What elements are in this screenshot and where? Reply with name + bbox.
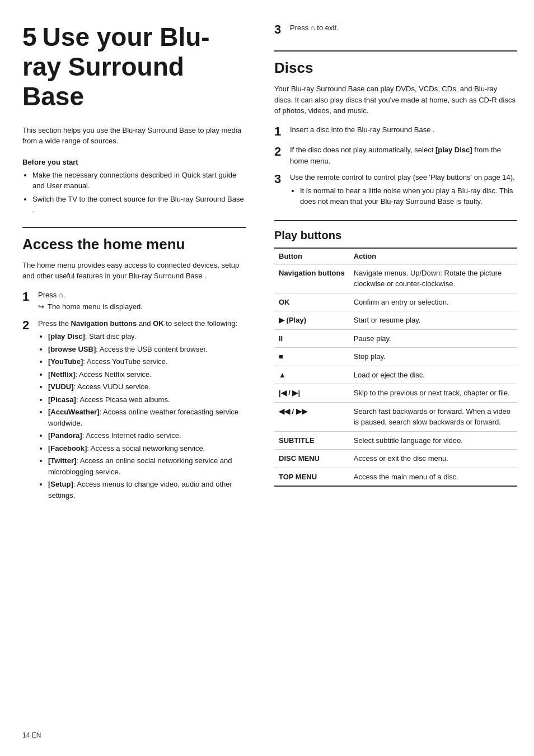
chapter-title: 5Use your Blu-ray Surround Base	[22, 22, 246, 111]
item-bold: [Picasa]	[48, 395, 76, 404]
disc-step-3-content: Use the remote control to control play (…	[290, 172, 517, 209]
play-buttons-section: Play buttons Button Action Navigation bu…	[274, 229, 517, 487]
table-row: OKConfirm an entry or selection.	[274, 293, 517, 311]
chapter-number: 5	[22, 22, 37, 52]
disc-step-1-number: 1	[274, 124, 290, 139]
action-cell: Stop play.	[349, 348, 517, 366]
step-2-text: Press the Navigation buttons and OK to s…	[38, 319, 237, 328]
table-row: IIPause play.	[274, 329, 517, 348]
step-3: 3 Press ⌂ to exit.	[274, 22, 517, 37]
item-bold: [play Disc]	[48, 332, 85, 340]
right-column: 3 Press ⌂ to exit. Discs Your Blu-ray Su…	[263, 22, 517, 734]
list-item: [Picasa]: Access Picasa web albums.	[48, 394, 246, 405]
disc-step-1: 1 Insert a disc into the Blu-ray Surroun…	[274, 124, 517, 139]
list-item: [Netflix]: Access Netflix service.	[48, 369, 246, 380]
table-header-row: Button Action	[274, 248, 517, 264]
action-cell: Start or resume play.	[349, 311, 517, 330]
home-icon-2: ⌂	[311, 24, 315, 32]
item-bold: [VUDU]	[48, 382, 74, 391]
chapter-intro: This section helps you use the Blu-ray S…	[22, 125, 246, 147]
step-1-text: Press ⌂.	[38, 291, 65, 299]
list-item: [AccuWeather]: Access online weather for…	[48, 407, 246, 428]
disc-step-2-number: 2	[274, 144, 290, 159]
button-cell: SUBTITLE	[274, 431, 349, 450]
arrow-symbol: ↪	[38, 301, 44, 312]
action-cell: Access or exit the disc menu.	[349, 450, 517, 468]
action-cell: Skip to the previous or next track, chap…	[349, 384, 517, 403]
disc-step-3: 3 Use the remote control to control play…	[274, 172, 517, 209]
col-action-header: Action	[349, 248, 517, 264]
disc-step-1-content: Insert a disc into the Blu-ray Surround …	[290, 124, 517, 136]
page-container: 5Use your Blu-ray Surround Base This sec…	[0, 0, 534, 756]
item-bold: [Pandora]	[48, 431, 82, 440]
table-row: ■Stop play.	[274, 348, 517, 366]
table-row: DISC MENUAccess or exit the disc menu.	[274, 450, 517, 468]
divider-right	[274, 50, 517, 52]
disc-step-3-sub-list: It is normal to hear a little noise when…	[290, 185, 517, 207]
button-cell: ▶ (Play)	[274, 311, 349, 330]
list-item: Make the necessary connections described…	[32, 170, 246, 192]
disc-step-3-number: 3	[274, 172, 290, 186]
button-cell: Navigation buttons	[274, 264, 349, 293]
button-cell: ▲	[274, 366, 349, 384]
item-bold: [Twitter]	[48, 456, 76, 465]
disc-step-2-text: If the disc does not play automatically,…	[290, 146, 501, 165]
action-cell: Navigate menus. Up/Down: Rotate the pict…	[349, 264, 517, 293]
disc-step-2-content: If the disc does not play automatically,…	[290, 144, 517, 166]
list-item: [Facebook]: Access a social networking s…	[48, 443, 246, 454]
button-cell: ◀◀ / ▶▶	[274, 402, 349, 431]
item-bold: [Setup]	[48, 480, 73, 488]
list-item: [play Disc]: Start disc play.	[48, 331, 246, 342]
action-cell: Load or eject the disc.	[349, 366, 517, 384]
action-cell: Select subtitle language for video.	[349, 431, 517, 450]
discs-intro: Your Blu-ray Surround Base can play DVDs…	[274, 83, 517, 116]
action-cell: Pause play.	[349, 329, 517, 348]
step-3-content: Press ⌂ to exit.	[290, 22, 517, 34]
table-row: ▲Load or eject the disc.	[274, 366, 517, 384]
nav-buttons-bold: Navigation buttons	[71, 319, 137, 328]
action-cell: Confirm an entry or selection.	[349, 293, 517, 311]
play-buttons-table: Button Action Navigation buttonsNavigate…	[274, 248, 517, 487]
button-cell: TOP MENU	[274, 468, 349, 486]
list-item: [VUDU]: Access VUDU service.	[48, 381, 246, 393]
step-3-text: Press ⌂ to exit.	[290, 24, 339, 32]
step-1-sub-text: The home menu is displayed.	[48, 301, 143, 312]
step-1-sub: ↪ The home menu is displayed.	[38, 301, 246, 312]
step-1-content: Press ⌂. ↪ The home menu is displayed.	[38, 290, 246, 312]
divider	[22, 227, 246, 228]
list-item: [browse USB]: Access the USB content bro…	[48, 344, 246, 355]
list-item: [YouTube]: Access YouTube service.	[48, 356, 246, 367]
action-cell: Search fast backwards or forward. When a…	[349, 402, 517, 431]
button-cell: OK	[274, 293, 349, 311]
step-2: 2 Press the Navigation buttons and OK to…	[22, 318, 246, 503]
table-row: |◀ / ▶|Skip to the previous or next trac…	[274, 384, 517, 403]
list-item: It is normal to hear a little noise when…	[300, 185, 517, 207]
item-bold: [browse USB]	[48, 345, 96, 353]
ok-bold: OK	[153, 319, 164, 328]
item-bold: [YouTube]	[48, 357, 83, 366]
disc-step-2: 2 If the disc does not play automaticall…	[274, 144, 517, 166]
col-button-header: Button	[274, 248, 349, 264]
step-1: 1 Press ⌂. ↪ The home menu is displayed.	[22, 290, 246, 312]
access-home-menu-title: Access the home menu	[22, 236, 246, 253]
step-3-number: 3	[274, 22, 290, 37]
button-cell: II	[274, 329, 349, 348]
item-bold: [Netflix]	[48, 370, 75, 379]
discs-title: Discs	[274, 59, 517, 77]
divider-play-buttons	[274, 220, 517, 221]
step-2-number: 2	[22, 318, 38, 333]
list-item: [Pandora]: Access Internet radio service…	[48, 430, 246, 441]
chapter-title-text: Use your Blu-ray Surround Base	[22, 22, 210, 111]
home-icon: ⌂	[59, 291, 63, 299]
item-bold: [AccuWeather]	[48, 408, 100, 416]
left-column: 5Use your Blu-ray Surround Base This sec…	[22, 22, 263, 734]
table-row: Navigation buttonsNavigate menus. Up/Dow…	[274, 264, 517, 293]
table-row: ◀◀ / ▶▶Search fast backwards or forward.…	[274, 402, 517, 431]
list-item: Switch the TV to the correct source for …	[32, 194, 246, 216]
item-bold: [Facebook]	[48, 444, 87, 452]
step-2-list: [play Disc]: Start disc play. [browse US…	[38, 331, 246, 501]
step-2-content: Press the Navigation buttons and OK to s…	[38, 318, 246, 503]
before-start-list: Make the necessary connections described…	[22, 170, 246, 216]
play-disc-bold: [play Disc]	[435, 146, 472, 154]
page-footer: 14 EN	[22, 731, 41, 739]
